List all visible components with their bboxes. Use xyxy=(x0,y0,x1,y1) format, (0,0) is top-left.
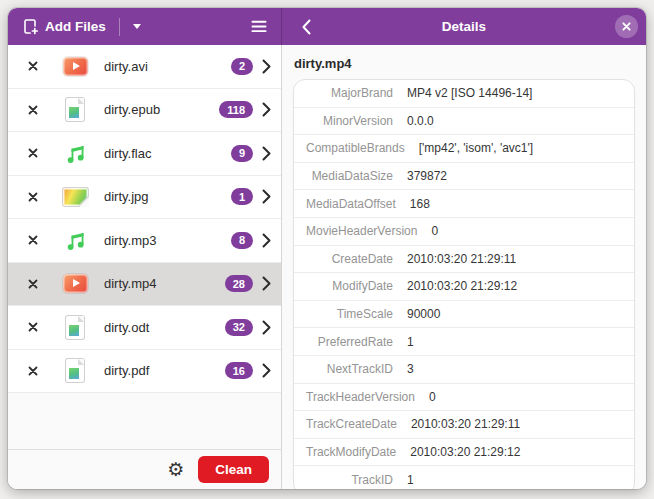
metadata-card: MajorBrand MP4 v2 [ISO 14496-14] MinorVe… xyxy=(293,79,635,489)
image-file-icon xyxy=(63,188,88,206)
chevron-right-icon xyxy=(262,146,271,161)
file-name: dirty.epub xyxy=(104,102,160,117)
metadata-value: MP4 v2 [ISO 14496-14] xyxy=(407,86,622,100)
remove-file-button[interactable] xyxy=(20,314,46,340)
remove-file-button[interactable] xyxy=(20,184,46,210)
metadata-value: 3 xyxy=(407,362,622,376)
main-menu-button[interactable] xyxy=(245,13,273,41)
metadata-key: MinorVersion xyxy=(306,114,407,128)
add-files-dropdown-button[interactable] xyxy=(127,13,147,41)
metadata-row: MovieHeaderVersion 0 xyxy=(294,218,634,246)
remove-file-button[interactable] xyxy=(20,358,46,384)
add-files-label: Add Files xyxy=(45,19,106,34)
back-button[interactable] xyxy=(292,13,320,41)
action-bar: ⚙ Clean xyxy=(8,449,281,489)
file-row-dirty-epub[interactable]: dirty.epub 118 xyxy=(8,89,281,133)
metadata-key: MediaDataOffset xyxy=(306,197,410,211)
button-separator xyxy=(119,18,120,36)
file-name: dirty.mp4 xyxy=(104,276,157,291)
remove-file-button[interactable] xyxy=(20,271,46,297)
metadata-key: TrackCreateDate xyxy=(306,417,411,431)
file-name: dirty.pdf xyxy=(104,363,149,378)
metadata-key: TrackModifyDate xyxy=(306,445,410,459)
close-icon xyxy=(622,22,631,31)
file-list: dirty.avi 2 dirty.epub 118 xyxy=(8,45,281,449)
metadata-value: 1 xyxy=(407,473,622,487)
metadata-row: MinorVersion 0.0.0 xyxy=(294,108,634,136)
metadata-value: 2010:03:20 21:29:12 xyxy=(410,445,622,459)
metadata-key: TrackID xyxy=(306,473,407,487)
details-title: Details xyxy=(282,19,646,34)
chevron-left-icon xyxy=(302,19,311,35)
metadata-row: MediaDataSize 379872 xyxy=(294,163,634,191)
file-row-dirty-odt[interactable]: dirty.odt 32 xyxy=(8,306,281,350)
file-row-dirty-avi[interactable]: dirty.avi 2 xyxy=(8,45,281,89)
video-file-icon xyxy=(63,57,88,76)
metadata-value: 2010:03:20 21:29:11 xyxy=(411,417,622,431)
file-name: dirty.mp3 xyxy=(104,233,157,248)
metadata-count-badge: 8 xyxy=(231,232,253,249)
metadata-key: CreateDate xyxy=(306,252,407,266)
remove-file-button[interactable] xyxy=(20,53,46,79)
clean-button[interactable]: Clean xyxy=(198,456,269,483)
document-file-icon xyxy=(66,316,84,339)
metadata-row: TrackModifyDate 2010:03:20 21:29:12 xyxy=(294,439,634,467)
metadata-value: 1 xyxy=(407,335,622,349)
video-file-icon xyxy=(63,274,88,293)
chevron-right-icon xyxy=(262,102,271,117)
remove-file-button[interactable] xyxy=(20,140,46,166)
file-name: dirty.odt xyxy=(104,320,149,335)
audio-file-icon xyxy=(63,228,88,253)
metadata-key: MediaDataSize xyxy=(306,169,407,183)
chevron-right-icon xyxy=(262,276,271,291)
document-file-icon xyxy=(66,359,84,382)
close-details-button[interactable] xyxy=(615,15,638,38)
metadata-value: 2010:03:20 21:29:12 xyxy=(407,279,622,293)
remove-file-button[interactable] xyxy=(20,227,46,253)
metadata-count-badge: 32 xyxy=(225,319,253,336)
file-row-dirty-mp3[interactable]: dirty.mp3 8 xyxy=(8,219,281,263)
metadata-row: MajorBrand MP4 v2 [ISO 14496-14] xyxy=(294,80,634,108)
metadata-key: CompatibleBrands xyxy=(306,141,419,155)
remove-file-button[interactable] xyxy=(20,97,46,123)
metadata-value: 0.0.0 xyxy=(407,114,622,128)
metadata-value: 90000 xyxy=(407,307,622,321)
metadata-value: 168 xyxy=(410,197,622,211)
metadata-key: MajorBrand xyxy=(306,86,407,100)
metadata-row: CreateDate 2010:03:20 21:29:11 xyxy=(294,246,634,274)
metadata-value: 0 xyxy=(429,390,622,404)
metadata-count-badge: 16 xyxy=(225,362,253,379)
details-content: dirty.mp4 MajorBrand MP4 v2 [ISO 14496-1… xyxy=(282,45,646,489)
metadata-key: PreferredRate xyxy=(306,335,407,349)
gear-icon[interactable]: ⚙ xyxy=(167,460,184,479)
metadata-row: TrackID 1 xyxy=(294,466,634,489)
metadata-row: MediaDataOffset 168 xyxy=(294,190,634,218)
metadata-row: TrackCreateDate 2010:03:20 21:29:11 xyxy=(294,411,634,439)
file-row-dirty-jpg[interactable]: dirty.jpg 1 xyxy=(8,176,281,220)
file-row-dirty-flac[interactable]: dirty.flac 9 xyxy=(8,132,281,176)
chevron-right-icon xyxy=(262,233,271,248)
chevron-right-icon xyxy=(262,59,271,74)
chevron-right-icon xyxy=(262,363,271,378)
add-files-button[interactable]: Add Files xyxy=(18,14,110,39)
file-list-pane: Add Files xyxy=(8,8,282,489)
file-row-dirty-mp4[interactable]: dirty.mp4 28 xyxy=(8,263,281,307)
audio-file-icon xyxy=(63,141,88,166)
details-pane: Details dirty.mp4 MajorBrand MP4 v2 [ISO… xyxy=(282,8,646,489)
metadata-count-badge: 28 xyxy=(225,275,253,292)
metadata-value: 379872 xyxy=(407,169,622,183)
file-row-dirty-pdf[interactable]: dirty.pdf 16 xyxy=(8,350,281,394)
document-add-icon xyxy=(22,18,39,35)
details-headerbar: Details xyxy=(282,8,646,45)
metadata-row: PreferredRate 1 xyxy=(294,328,634,356)
hamburger-menu-icon xyxy=(251,20,267,33)
metadata-row: CompatibleBrands ['mp42', 'isom', 'avc1'… xyxy=(294,135,634,163)
metadata-count-badge: 1 xyxy=(231,188,253,205)
metadata-value: 2010:03:20 21:29:11 xyxy=(407,252,622,266)
chevron-right-icon xyxy=(262,320,271,335)
metadata-key: ModifyDate xyxy=(306,279,407,293)
left-headerbar: Add Files xyxy=(8,8,282,45)
metadata-row: ModifyDate 2010:03:20 21:29:12 xyxy=(294,273,634,301)
metadata-key: TimeScale xyxy=(306,307,407,321)
metadata-key: MovieHeaderVersion xyxy=(306,224,431,238)
